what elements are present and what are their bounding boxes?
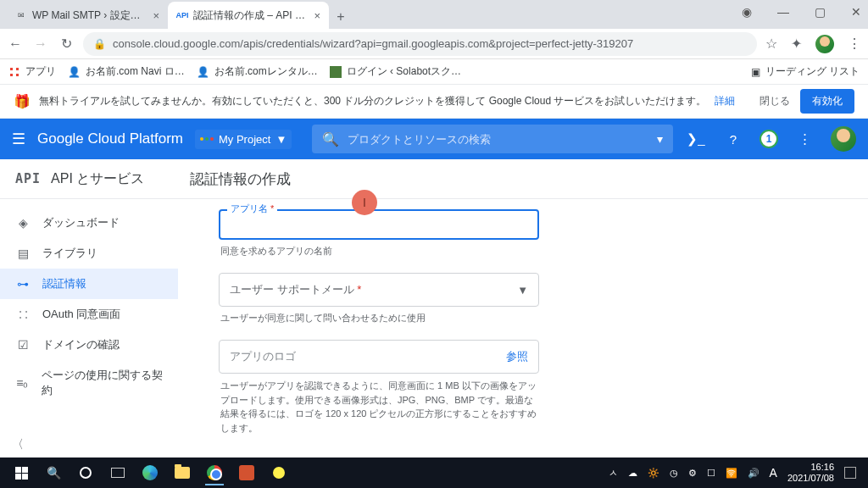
project-name: My Project: [219, 133, 270, 146]
settings-tray-icon[interactable]: ⚙: [688, 468, 697, 479]
support-email-label: ユーザー サポートメール: [230, 283, 354, 296]
sidebar: ◈ダッシュボード ▤ライブラリ ⊶認証情報 ⸬OAuth 同意画面 ☑ドメインの…: [0, 199, 178, 458]
tab-title: 認証情報の作成 – API とサービス – …: [193, 8, 309, 23]
sidebar-item-oauth[interactable]: ⸬OAuth 同意画面: [0, 299, 178, 330]
gift-icon: 🎁: [14, 93, 31, 109]
help-icon[interactable]: ?: [722, 128, 744, 150]
cortana-button[interactable]: [70, 460, 102, 485]
misc-app[interactable]: [263, 460, 295, 485]
chrome-app[interactable]: [198, 460, 231, 485]
sidebar-item-label: ドメインの確認: [42, 337, 120, 352]
apps-shortcut[interactable]: アプリ: [8, 64, 56, 79]
back-button[interactable]: ←: [7, 36, 24, 52]
onedrive-icon[interactable]: ☁: [628, 468, 637, 479]
key-icon: ⊶: [15, 277, 31, 291]
browse-button[interactable]: 参照: [506, 349, 528, 364]
edge-icon: [142, 465, 158, 480]
search-icon: 🔍: [47, 466, 61, 480]
tray-expand-icon[interactable]: ㅅ: [609, 467, 618, 480]
menu-icon[interactable]: ⋮: [848, 36, 861, 52]
library-icon: ▤: [15, 247, 31, 260]
edge-app[interactable]: [134, 460, 166, 485]
windows-icon: [15, 467, 28, 480]
api-services-title: API とサービス: [51, 170, 144, 188]
project-icon: [200, 137, 214, 141]
more-icon[interactable]: ⋮: [793, 128, 815, 150]
bookmark-label: お名前.comレンタル…: [214, 64, 318, 79]
folder-icon: [175, 467, 190, 479]
notifications-icon[interactable]: [844, 467, 856, 479]
bookmark-label: ログイン ‹ Solabotスク…: [347, 64, 461, 79]
reading-list[interactable]: リーディング リスト: [765, 64, 860, 79]
app-logo-helper: ユーザーがアプリを認識できるように、同意画面に 1 MB 以下の画像をアップロー…: [220, 379, 541, 435]
collapse-sidebar-icon[interactable]: 〈: [12, 437, 24, 452]
forward-button[interactable]: →: [32, 36, 49, 52]
mail-icon: ✉: [15, 9, 27, 21]
chevron-down-icon[interactable]: ▾: [657, 132, 663, 146]
sidebar-item-label: ライブラリ: [42, 246, 97, 261]
bookmarks-bar: アプリ 👤 お名前.com Navi ロ… 👤 お名前.comレンタル… ログイ…: [0, 59, 868, 85]
sidebar-item-agreement[interactable]: ≡₀ページの使用に関する契約: [0, 360, 178, 406]
promo-close-button[interactable]: 閉じる: [760, 94, 790, 108]
onamae-icon: 👤: [68, 66, 81, 78]
sidebar-item-domain[interactable]: ☑ドメインの確認: [0, 330, 178, 360]
wifi-icon[interactable]: 🛜: [726, 468, 737, 479]
tab-wpmail[interactable]: ✉ WP Mail SMTP › 設定ウィザード ×: [7, 2, 168, 29]
clock-time: 16:16: [787, 462, 834, 473]
reload-button[interactable]: ↻: [58, 36, 75, 52]
sidebar-item-dashboard[interactable]: ◈ダッシュボード: [0, 208, 178, 238]
explorer-app[interactable]: [166, 460, 198, 485]
tab-gcp-credentials[interactable]: API 認証情報の作成 – API とサービス – … ×: [168, 2, 329, 29]
sub-header: API API とサービス 認証情報の作成: [0, 159, 868, 199]
profile-avatar[interactable]: [815, 35, 834, 53]
onamae-icon: 👤: [197, 66, 209, 78]
close-icon[interactable]: ×: [314, 9, 320, 22]
sidebar-item-credentials[interactable]: ⊶認証情報: [0, 269, 178, 299]
search-button[interactable]: 🔍: [37, 460, 70, 485]
bookmark-solabot[interactable]: ログイン ‹ Solabotスク…: [330, 64, 461, 79]
gcp-header: ☰ Google Cloud Platform My Project ▼ 🔍 ▾…: [0, 119, 868, 159]
win-maximize[interactable]: ▢: [815, 5, 826, 19]
new-tab-button[interactable]: +: [329, 5, 353, 29]
site-icon: [330, 66, 342, 78]
notifications-badge[interactable]: 1: [760, 130, 778, 148]
app-name-helper: 同意を求めるアプリの名前: [220, 245, 541, 258]
search-input[interactable]: [348, 133, 642, 146]
task-view-button[interactable]: [102, 460, 134, 485]
support-email-select[interactable]: ユーザー サポートメール * ▼: [219, 273, 539, 307]
brightness-icon[interactable]: 🔆: [648, 468, 659, 479]
account-avatar[interactable]: [831, 126, 856, 152]
check-icon: ☑: [15, 338, 31, 352]
chevron-down-icon: ▼: [275, 133, 287, 146]
star-icon[interactable]: ☆: [765, 36, 777, 52]
cloud-shell-icon[interactable]: ❯_: [685, 128, 707, 150]
sidebar-item-label: 認証情報: [42, 276, 86, 291]
extensions-icon[interactable]: ✦: [791, 36, 802, 52]
win-minimize[interactable]: —: [777, 5, 789, 19]
tray-icon[interactable]: ☐: [707, 468, 715, 479]
taskview-icon: [111, 468, 125, 478]
sidebar-item-library[interactable]: ▤ライブラリ: [0, 238, 178, 269]
ime-indicator[interactable]: A: [770, 466, 777, 480]
bookmark-onamae-navi[interactable]: 👤 お名前.com Navi ロ…: [68, 64, 185, 79]
tab-strip: ✉ WP Mail SMTP › 設定ウィザード × API 認証情報の作成 –…: [0, 0, 868, 29]
win-close[interactable]: ✕: [851, 5, 861, 19]
taskbar-clock[interactable]: 16:16 2021/07/08: [787, 462, 834, 483]
gcp-search[interactable]: 🔍 ▾: [312, 125, 673, 153]
nav-menu-icon[interactable]: ☰: [12, 130, 25, 148]
start-button[interactable]: [5, 460, 37, 485]
lock-icon: 🔒: [93, 38, 106, 50]
powerpoint-app[interactable]: [231, 460, 263, 485]
app-logo-field[interactable]: アプリのロゴ 参照: [219, 340, 539, 374]
sidebar-item-label: ダッシュボード: [42, 215, 120, 230]
url-bar[interactable]: 🔒 console.cloud.google.com/apis/credenti…: [83, 32, 757, 56]
project-selector[interactable]: My Project ▼: [195, 130, 292, 149]
url-text: console.cloud.google.com/apis/credential…: [113, 37, 633, 50]
sidebar-item-label: OAuth 同意画面: [42, 307, 120, 322]
volume-icon[interactable]: 🔊: [748, 468, 760, 479]
promo-enable-button[interactable]: 有効化: [800, 89, 854, 114]
clock-icon[interactable]: ◷: [670, 468, 678, 479]
promo-details-link[interactable]: 詳細: [715, 94, 735, 108]
close-icon[interactable]: ×: [153, 9, 159, 22]
bookmark-onamae-rental[interactable]: 👤 お名前.comレンタル…: [197, 64, 318, 79]
